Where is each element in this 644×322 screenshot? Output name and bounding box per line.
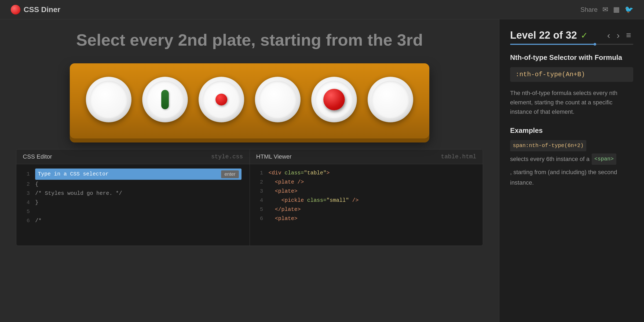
css-line-3: 3 /* Styles would go here. */ [22, 189, 244, 198]
plate-6-inner [372, 81, 409, 118]
tomato-small-icon [215, 94, 227, 105]
header: CSS Diner Share ✉ ▦ 🐦 [0, 0, 644, 19]
plate-1-inner [90, 81, 127, 118]
plate-5-inner [315, 81, 353, 118]
share-area: Share ✉ ▦ 🐦 [580, 5, 633, 14]
example-text-2: , starting from (and including) the seco… [510, 167, 633, 188]
next-level-button[interactable]: › [614, 29, 622, 42]
css-editor-filename: style.css [211, 153, 243, 160]
examples-title: Examples [510, 126, 633, 135]
level-label: Level 22 of 32 [510, 30, 577, 41]
plate-1 [86, 77, 131, 122]
html-line-3: 3 <plate> [255, 187, 478, 196]
nav-buttons: ‹ › ≡ [605, 29, 633, 42]
css-code-3: /* Styles would go here. */ [35, 189, 122, 198]
plate-5 [311, 77, 357, 122]
plate-3 [199, 77, 244, 122]
html-line-2: 2 <plate /> [255, 178, 478, 187]
html-viewer-header: HTML Viewer table.html [250, 149, 483, 164]
logo-icon [11, 5, 20, 14]
progress-bar [510, 44, 633, 45]
menu-button[interactable]: ≡ [624, 29, 633, 41]
html-line-1: 1 <div class= "table" > [255, 169, 478, 178]
plate-4 [255, 77, 301, 122]
level-header: Level 22 of 32 ✓ ‹ › ≡ [510, 29, 633, 42]
progress-fill [510, 44, 595, 45]
css-editor-content: 1 Type in a CSS selector enter 2 { 3 /* … [16, 164, 250, 246]
share-label: Share [580, 6, 598, 13]
facebook-icon[interactable]: ▦ [613, 5, 620, 14]
html-line-6: 6 <plate> [255, 214, 478, 223]
plate-2-inner [146, 81, 184, 118]
line-num-2: 2 [22, 180, 30, 189]
plate-6 [368, 77, 413, 122]
line-num-3: 3 [22, 189, 30, 198]
right-panel: Level 22 of 32 ✓ ‹ › ≡ Nth-of-type Selec… [499, 19, 644, 322]
twitter-icon[interactable]: 🐦 [625, 5, 633, 14]
selector-description: The nth-of-type formula selects every nt… [510, 88, 633, 117]
html-line-4: 4 <pickle class= "small" /> [255, 196, 478, 205]
example-code-pill: span:nth-of-type(6n+2) [510, 140, 586, 151]
html-viewer-title: HTML Viewer [256, 153, 292, 160]
check-icon: ✓ [581, 30, 587, 41]
html-viewer-content: 1 <div class= "table" > 2 <plate /> 3 [250, 164, 483, 246]
diner-scene [16, 63, 483, 138]
main-layout: Select every 2nd plate, starting from th… [0, 19, 644, 322]
prev-level-button[interactable]: ‹ [605, 29, 612, 42]
html-viewer-filename: table.html [441, 153, 476, 160]
css-line-5: 5 [22, 207, 244, 216]
plate-4-inner [259, 81, 297, 118]
css-line-1: 1 Type in a CSS selector enter [22, 169, 244, 180]
email-icon[interactable]: ✉ [602, 5, 608, 14]
pickle-icon [161, 90, 169, 109]
css-editor-panel: CSS Editor style.css 1 Type in a CSS sel… [16, 149, 250, 246]
css-code-6: /* [35, 216, 42, 225]
css-code-4: } [35, 198, 38, 207]
selector-title: Nth-of-type Selector with Formula [510, 53, 633, 62]
css-input-text[interactable]: Type in a CSS selector [38, 170, 221, 179]
challenge-title: Select every 2nd plate, starting from th… [16, 30, 483, 50]
example-line: span:nth-of-type(6n+2) selects every 6th… [510, 140, 633, 188]
example-span-code: <span> [592, 153, 616, 165]
plate-3-inner [203, 81, 240, 118]
editors-container: CSS Editor style.css 1 Type in a CSS sel… [16, 149, 483, 246]
line-num-1: 1 [22, 170, 30, 179]
css-code-2: { [35, 180, 38, 189]
selector-code: :nth-of-type(An+B) [510, 67, 633, 82]
css-input-container[interactable]: Type in a CSS selector enter [35, 169, 241, 180]
css-line-2: 2 { [22, 180, 244, 189]
progress-dot [594, 43, 596, 46]
left-panel: Select every 2nd plate, starting from th… [0, 19, 499, 322]
enter-button[interactable]: enter [221, 170, 239, 178]
line-num-6: 6 [22, 216, 30, 225]
logo-text: CSS Diner [24, 5, 60, 14]
html-viewer-panel: HTML Viewer table.html 1 <div class= "ta… [250, 149, 483, 246]
logo-area: CSS Diner [11, 5, 60, 14]
plate-2 [142, 77, 188, 122]
html-line-5: 5 </plate> [255, 205, 478, 214]
tomato-large-icon [323, 89, 345, 110]
line-num-5: 5 [22, 207, 30, 216]
line-num-4: 4 [22, 198, 30, 207]
css-editor-title: CSS Editor [23, 153, 52, 160]
example-text-1: selects every 6th instance of a [510, 154, 590, 164]
css-line-6: 6 /* [22, 216, 244, 225]
css-line-4: 4 } [22, 198, 244, 207]
css-editor-header: CSS Editor style.css [16, 149, 250, 164]
table-surface [70, 63, 429, 138]
